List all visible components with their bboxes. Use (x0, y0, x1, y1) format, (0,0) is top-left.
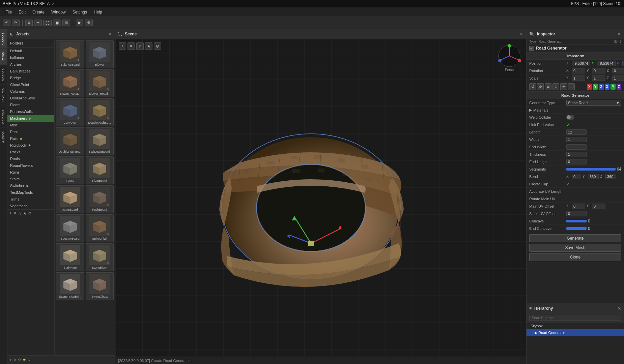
asset-add-btn[interactable]: + (9, 357, 12, 362)
end-width-input[interactable] (566, 144, 587, 150)
folder-machinery[interactable]: Machinery▶ (7, 115, 54, 122)
asset-item[interactable]: ⊕ DoublePushBo... (86, 98, 114, 126)
scene-star-btn[interactable]: ☆ (136, 42, 144, 50)
width-input[interactable] (566, 137, 587, 142)
asset-item[interactable]: FloatBoard (86, 156, 114, 184)
asset-item[interactable]: FallDownBoard (86, 127, 114, 155)
folder-checkpoint[interactable]: CheckPoint (7, 81, 54, 88)
asset-item[interactable]: SuspensionBri... (56, 272, 84, 300)
folder-refresh-btn[interactable]: ↻ (28, 211, 31, 216)
scene-close[interactable]: ✕ (519, 31, 523, 37)
thickness-input[interactable] (566, 152, 587, 157)
scale-x-input[interactable] (572, 75, 585, 81)
axis-z2-tag[interactable]: Z (617, 84, 621, 90)
asset-circle-btn[interactable]: ⊙ (27, 358, 30, 362)
folder-star-filled-btn[interactable]: ★ (23, 211, 27, 216)
folder-rails[interactable]: Rails★ (7, 135, 54, 142)
folder-fortresswalls[interactable]: FortressWalls (7, 108, 54, 115)
asset-item[interactable]: Fence (56, 156, 84, 184)
scene-viewport[interactable]: Y Z X Persp + ✕ ☆ ★ ⊙ (115, 39, 526, 357)
menu-window[interactable]: Window (48, 9, 69, 15)
end-height-input[interactable] (566, 159, 587, 164)
tab-meshes[interactable]: Meshes (0, 65, 7, 85)
folder-switcher[interactable]: Switcher★ (7, 182, 54, 189)
folder-roundtowers[interactable]: RoundTowers (7, 162, 54, 169)
rot-x-input[interactable] (572, 68, 585, 73)
bend-x-input[interactable] (572, 174, 581, 179)
tc-rotate[interactable]: ⟳ (537, 83, 544, 90)
tc-paste[interactable]: ⊕ (552, 83, 559, 90)
generate-btn[interactable]: Generate (529, 234, 621, 242)
clone-btn[interactable]: Clone (529, 253, 621, 261)
toolbar-settings[interactable]: ⚙ (85, 20, 93, 26)
hierarchy-close[interactable]: ✕ (617, 306, 621, 311)
asset-item[interactable]: JumpBoard (56, 185, 84, 213)
sides-uv-input[interactable] (566, 211, 587, 216)
folder-default[interactable]: Default (7, 48, 54, 54)
asset-item[interactable]: StabPlate (56, 243, 84, 271)
folder-bridge[interactable]: Bridge (7, 74, 54, 81)
tc-expand[interactable]: ⛶ (568, 83, 575, 90)
asset-item[interactable]: SwingChest (86, 272, 114, 300)
scene-add-btn[interactable]: + (119, 42, 126, 50)
rot-y-input[interactable] (592, 68, 605, 73)
axis-y2-tag[interactable]: Y (611, 84, 616, 90)
asset-item[interactable]: SeesawBoard (56, 214, 84, 242)
folder-remove-btn[interactable]: ✕ (13, 211, 17, 216)
uv-x-input[interactable] (572, 204, 585, 209)
folder-ruins[interactable]: Ruins (7, 169, 54, 176)
inspector-close[interactable]: ✕ (617, 31, 621, 37)
folder-ballance[interactable]: ballance (7, 54, 54, 61)
weld-collider-toggle[interactable] (566, 115, 574, 120)
folder-ballustrades[interactable]: Ballustrades (7, 68, 54, 74)
length-input[interactable] (566, 129, 587, 135)
axis-x2-tag[interactable]: X (605, 84, 610, 90)
scale-z-input[interactable] (612, 75, 624, 81)
menu-file[interactable]: File (2, 9, 15, 15)
tab-materials[interactable]: Materials (0, 106, 7, 128)
menu-edit[interactable]: Edit (15, 9, 29, 15)
asset-item[interactable]: Blower (86, 40, 114, 68)
scene-circle-btn[interactable]: ⊙ (154, 42, 161, 50)
save-mesh-btn[interactable]: Save Mesh (529, 244, 621, 252)
asset-item[interactable]: ⊕ Blower_Rotati... (86, 69, 114, 97)
bend-z-input[interactable] (605, 174, 616, 179)
asset-item[interactable]: ⊕ BalanceBoard (56, 40, 84, 68)
asset-item[interactable]: ⊕ Conveyer (56, 98, 84, 126)
folder-star-btn[interactable]: ☆ (18, 211, 22, 216)
toolbar-fullscreen[interactable]: ⛶ (43, 20, 52, 26)
folder-add-btn[interactable]: + (9, 211, 12, 216)
folder-floors[interactable]: Floors (7, 101, 54, 108)
toolbar-layout2[interactable]: ⊞ (62, 20, 70, 26)
pos-y-input[interactable] (597, 61, 616, 66)
tab-scenes[interactable]: Scenes (0, 29, 7, 49)
folder-arches[interactable]: Arches (7, 61, 54, 68)
generator-type-dropdown[interactable]: Stone Road ▼ (566, 100, 621, 106)
scene-3d-object[interactable] (213, 122, 409, 291)
folder-pool[interactable]: Pool (7, 128, 54, 135)
inspector-enabled[interactable]: ✓ (529, 46, 534, 51)
asset-star-filled-btn[interactable]: ★ (23, 358, 26, 362)
axis-x-tag[interactable]: X (587, 84, 592, 90)
scale-y-input[interactable] (592, 75, 605, 81)
axis-z-tag[interactable]: Z (599, 84, 603, 90)
scene-star2-btn[interactable]: ★ (145, 42, 152, 50)
tc-copy[interactable]: ⧉ (545, 83, 551, 90)
folder-doorsandkeys[interactable]: DoorsAndKeys (7, 95, 54, 101)
materials-row[interactable]: ▶ Materials (527, 107, 624, 114)
bend-y-input[interactable] (588, 174, 599, 179)
toolbar-redo[interactable]: ↷ (12, 20, 20, 26)
hierarchy-search-input[interactable] (529, 315, 621, 321)
toolbar-layout1[interactable]: ▣ (53, 20, 61, 26)
asset-item[interactable]: ⊕ Blower_Rotat... (56, 69, 84, 97)
asset-item[interactable]: DoublePushBo... (56, 127, 84, 155)
folder-columns[interactable]: Columns (7, 88, 54, 95)
toolbar-move[interactable]: ✛ (34, 20, 42, 26)
asset-item[interactable]: ⊕ PushBoard (86, 185, 114, 213)
tc-reset[interactable]: ↺ (529, 83, 536, 90)
hierarchy-skybox[interactable]: Skybox (527, 323, 624, 329)
menu-help[interactable]: Help (90, 9, 106, 15)
asset-remove-btn[interactable]: ✕ (13, 358, 17, 362)
folder-trims[interactable]: Trims (7, 196, 54, 203)
rot-z-input[interactable] (612, 68, 624, 73)
